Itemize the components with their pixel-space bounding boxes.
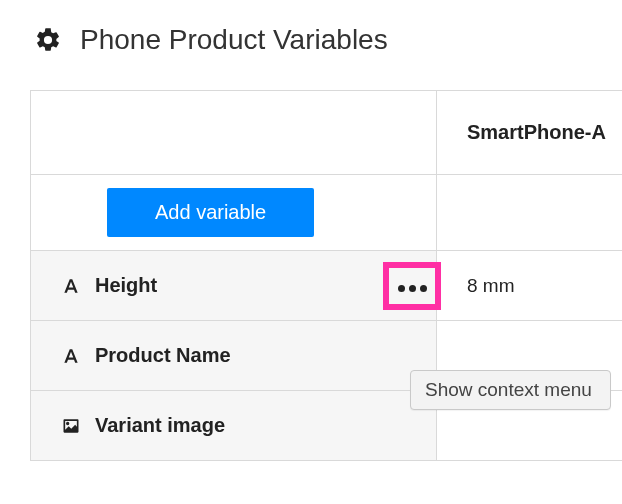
variable-value-cell[interactable]: 8 mm	[437, 251, 622, 320]
variable-name-label: Height	[95, 274, 157, 297]
page-title: Phone Product Variables	[80, 24, 388, 56]
page-header: Phone Product Variables	[0, 0, 622, 74]
table-row: Height 8 mm	[31, 251, 622, 321]
text-type-icon	[61, 276, 81, 296]
image-type-icon	[61, 416, 81, 436]
more-actions-button[interactable]	[396, 274, 429, 297]
table-header-empty	[31, 91, 437, 174]
table-column-header: SmartPhone-A	[437, 91, 622, 174]
table-header-row: SmartPhone-A	[31, 91, 622, 175]
variable-name-label: Product Name	[95, 344, 231, 367]
variable-name-cell[interactable]: Product Name	[31, 321, 437, 390]
add-variable-button[interactable]: Add variable	[107, 188, 314, 237]
add-variable-value-cell	[437, 175, 622, 250]
variable-name-label: Variant image	[95, 414, 225, 437]
variable-name-cell[interactable]: Variant image	[31, 391, 437, 460]
context-menu-tooltip: Show context menu	[410, 370, 611, 410]
gear-icon	[34, 26, 62, 54]
text-type-icon	[61, 346, 81, 366]
add-variable-row: Add variable	[31, 175, 622, 251]
row-actions-highlight	[383, 262, 441, 310]
variable-name-cell[interactable]: Height	[31, 251, 437, 320]
